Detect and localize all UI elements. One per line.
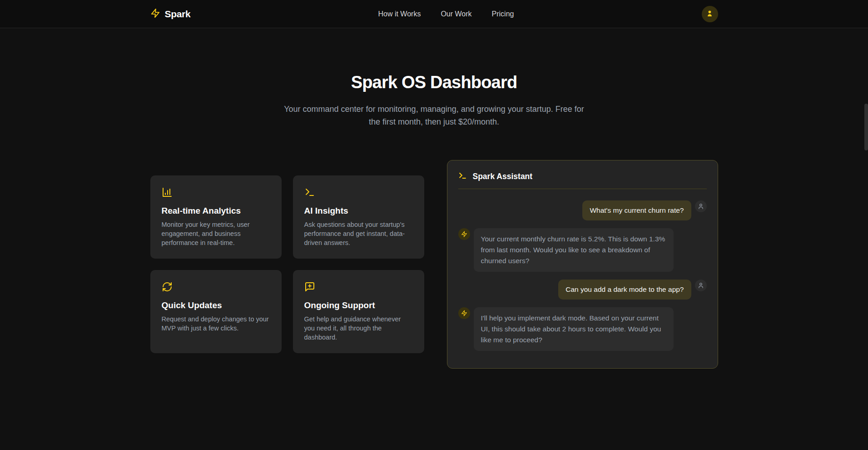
nav-link-our-work[interactable]: Our Work [441, 10, 471, 18]
user-icon [698, 282, 704, 289]
chat-message-user: Can you add a dark mode to the app? [458, 280, 707, 300]
chat-message-user: What's my current churn rate? [458, 200, 707, 220]
chat-message-list: What's my current churn rate? Your curre… [447, 189, 718, 368]
terminal-icon [458, 171, 467, 182]
feature-description: Get help and guidance whenever you need … [304, 315, 413, 342]
feature-title: Real-time Analytics [162, 206, 270, 216]
hero-section: Spark OS Dashboard Your command center f… [0, 28, 868, 128]
main-content: Real-time Analytics Monitor your key met… [150, 160, 718, 369]
terminal-icon [304, 187, 413, 198]
user-avatar-button[interactable] [702, 6, 718, 22]
feature-title: Ongoing Support [304, 300, 413, 310]
page-subtitle: Your command center for monitoring, mana… [281, 103, 588, 128]
assistant-title: Spark Assistant [473, 172, 533, 181]
feature-description: Monitor your key metrics, user engagemen… [162, 220, 270, 247]
message-plus-icon [304, 281, 413, 292]
assistant-panel: Spark Assistant What's my current churn … [447, 160, 718, 369]
assistant-header: Spark Assistant [447, 160, 718, 189]
bar-chart-icon [162, 187, 270, 198]
assistant-avatar [458, 228, 470, 240]
user-bubble: Can you add a dark mode to the app? [558, 280, 691, 300]
feature-description: Ask questions about your startup's perfo… [304, 220, 413, 247]
user-icon [706, 10, 714, 19]
assistant-avatar [458, 307, 470, 319]
user-avatar [695, 200, 707, 212]
feature-card-analytics: Real-time Analytics Monitor your key met… [150, 175, 282, 259]
brand-logo[interactable]: Spark [150, 8, 191, 20]
navbar: Spark How it Works Our Work Pricing [0, 0, 868, 28]
assistant-bubble: I'll help you implement dark mode. Based… [474, 307, 674, 351]
nav-link-pricing[interactable]: Pricing [492, 10, 514, 18]
feature-description: Request and deploy changes to your MVP w… [162, 315, 270, 333]
feature-title: AI Insights [304, 206, 413, 216]
zap-icon [461, 231, 467, 237]
zap-icon [461, 310, 467, 316]
brand-name: Spark [165, 9, 191, 20]
user-icon [698, 203, 704, 210]
feature-card-quick-updates: Quick Updates Request and deploy changes… [150, 270, 282, 353]
page-title: Spark OS Dashboard [0, 73, 868, 92]
feature-title: Quick Updates [162, 300, 270, 310]
zap-icon [150, 8, 160, 20]
features-grid: Real-time Analytics Monitor your key met… [150, 175, 424, 353]
refresh-icon [162, 281, 270, 292]
chat-message-assistant: Your current monthly churn rate is 5.2%.… [458, 228, 707, 272]
feature-card-ai-insights: AI Insights Ask questions about your sta… [293, 175, 424, 259]
user-bubble: What's my current churn rate? [582, 200, 691, 220]
nav-link-how-it-works[interactable]: How it Works [378, 10, 421, 18]
assistant-bubble: Your current monthly churn rate is 5.2%.… [474, 228, 674, 272]
user-avatar [695, 280, 707, 291]
nav-links: How it Works Our Work Pricing [378, 10, 514, 18]
vertical-scrollbar-thumb[interactable] [864, 104, 868, 150]
feature-card-ongoing-support: Ongoing Support Get help and guidance wh… [293, 270, 424, 353]
navbar-inner: Spark How it Works Our Work Pricing [150, 0, 718, 28]
chat-message-assistant: I'll help you implement dark mode. Based… [458, 307, 707, 351]
